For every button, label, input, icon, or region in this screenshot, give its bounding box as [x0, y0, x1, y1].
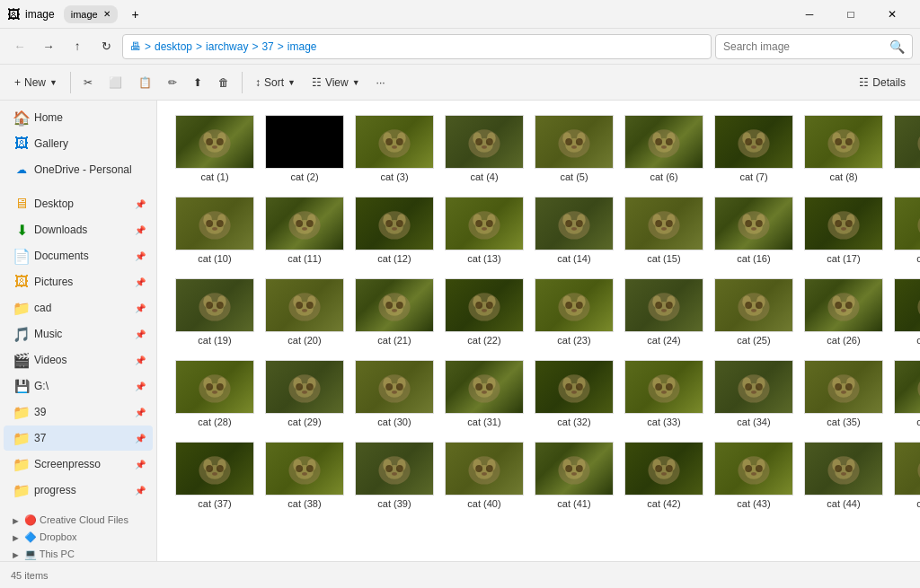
sidebar-item-39[interactable]: 📁 39 📌	[4, 399, 153, 425]
up-button[interactable]: ↑	[65, 34, 90, 59]
file-item[interactable]: cat (11)	[261, 193, 348, 268]
file-item[interactable]: cat (26)	[801, 275, 887, 349]
sidebar-item-desktop[interactable]: 🖥 Desktop 📌	[4, 191, 153, 216]
sidebar-item-progress[interactable]: 📁 progress 📌	[4, 478, 153, 503]
file-item[interactable]: cat (31)	[441, 356, 527, 431]
new-label: New	[24, 76, 46, 89]
sidebar-item-onedrive[interactable]: ☁ OneDrive - Personal	[4, 157, 153, 182]
file-name: cat (15)	[647, 253, 680, 264]
sidebar-section-dropbox[interactable]: ► 🔷 Dropbox	[0, 528, 156, 545]
file-item[interactable]: cat (14)	[531, 193, 617, 268]
desktop-icon: 🖥	[14, 197, 29, 211]
file-item[interactable]: cat (4)	[441, 111, 527, 186]
file-item[interactable]: cat (44)	[801, 438, 887, 513]
sidebar-item-37[interactable]: 📁 37 📌	[4, 426, 153, 451]
file-item[interactable]: cat (38)	[261, 438, 348, 513]
file-item[interactable]: cat (33)	[621, 356, 707, 431]
svg-point-125	[212, 309, 217, 312]
cut-button[interactable]: ✂	[76, 68, 100, 97]
sidebar-item-videos[interactable]: 🎬 Videos 📌	[4, 347, 153, 373]
breadcrumb-image[interactable]: image	[288, 40, 317, 53]
file-item[interactable]: cat (36)	[890, 356, 920, 431]
file-name: cat (42)	[647, 498, 680, 509]
breadcrumb-37[interactable]: 37	[261, 40, 273, 53]
file-item[interactable]: cat (12)	[351, 193, 438, 268]
file-item[interactable]: cat (34)	[711, 356, 797, 431]
file-item[interactable]: cat (9)	[890, 111, 920, 186]
sidebar-section-thispc[interactable]: ► 💻 This PC	[0, 545, 156, 561]
sort-button[interactable]: ↕ Sort ▼	[248, 68, 303, 97]
file-item[interactable]: cat (19)	[172, 275, 258, 349]
file-item[interactable]: cat (32)	[531, 356, 617, 431]
sidebar-item-gdrive[interactable]: 💾 G:\ 📌	[4, 373, 153, 399]
details-button[interactable]: ☷ Details	[852, 73, 913, 92]
share-button[interactable]: ⬆	[186, 68, 209, 97]
file-item[interactable]: cat (27)	[890, 275, 920, 349]
tab-active[interactable]: image ✕	[64, 5, 118, 23]
breadcrumb[interactable]: 🖶 > desktop > iarchway > 37 > image	[122, 34, 712, 59]
file-item[interactable]: cat (30)	[351, 356, 438, 431]
delete-button[interactable]: 🗑	[211, 68, 236, 97]
forward-button[interactable]: →	[36, 34, 61, 59]
refresh-button[interactable]: ↻	[93, 34, 119, 59]
file-item[interactable]: cat (7)	[711, 111, 797, 186]
breadcrumb-desktop[interactable]: desktop	[155, 40, 192, 53]
copy-button[interactable]: ⬜	[102, 68, 129, 97]
sidebar-item-home[interactable]: 🏠 Home	[4, 105, 153, 130]
file-item[interactable]: cat (45)	[890, 438, 920, 513]
file-item[interactable]: cat (18)	[890, 193, 920, 268]
file-item[interactable]: cat (10)	[172, 193, 258, 268]
file-item[interactable]: cat (21)	[351, 275, 438, 349]
file-item[interactable]: cat (42)	[621, 438, 707, 513]
rename-button[interactable]: ✏	[161, 68, 184, 97]
file-item[interactable]: cat (6)	[621, 111, 707, 186]
sidebar-item-downloads[interactable]: ⬇ Downloads 📌	[4, 217, 153, 242]
file-item[interactable]: cat (40)	[441, 438, 527, 513]
file-item[interactable]: cat (41)	[531, 438, 617, 513]
file-item[interactable]: cat (25)	[711, 275, 797, 349]
file-item[interactable]: cat (5)	[531, 111, 617, 186]
sidebar-item-cad[interactable]: 📁 cad 📌	[4, 295, 153, 320]
file-item[interactable]: cat (24)	[621, 275, 707, 349]
file-item[interactable]: cat (16)	[711, 193, 797, 268]
more-button[interactable]: ···	[369, 68, 393, 97]
tab-close-icon[interactable]: ✕	[103, 9, 111, 19]
svg-point-137	[385, 302, 393, 309]
sidebar-item-pictures[interactable]: 🖼 Pictures 📌	[4, 269, 153, 294]
svg-point-89	[576, 220, 583, 227]
file-item[interactable]: cat (23)	[531, 275, 617, 349]
file-item[interactable]: cat (35)	[801, 356, 887, 431]
file-item[interactable]: cat (8)	[801, 111, 887, 186]
file-item[interactable]: cat (20)	[261, 275, 348, 349]
maximize-button[interactable]: □	[830, 0, 871, 29]
file-item[interactable]: cat (2)	[261, 111, 348, 186]
svg-point-33	[666, 138, 673, 145]
new-button[interactable]: + New ▼	[7, 68, 65, 97]
close-button[interactable]: ✕	[871, 0, 913, 29]
sidebar-section-creative[interactable]: ► 🔴 Creative Cloud Files	[0, 511, 156, 528]
paste-button[interactable]: 📋	[131, 68, 159, 97]
svg-point-61	[217, 220, 224, 227]
file-item[interactable]: cat (37)	[172, 438, 258, 513]
view-button[interactable]: ☷ View ▼	[305, 68, 367, 97]
minimize-button[interactable]: ─	[789, 0, 830, 29]
new-tab-button[interactable]: +	[123, 5, 148, 23]
sidebar-item-gallery[interactable]: 🖼 Gallery	[4, 131, 153, 156]
sidebar-item-music[interactable]: 🎵 Music 📌	[4, 321, 153, 347]
breadcrumb-iarchway[interactable]: iarchway	[206, 40, 248, 53]
back-button[interactable]: ←	[7, 34, 32, 59]
file-item[interactable]: cat (28)	[172, 356, 258, 431]
file-item[interactable]: cat (22)	[441, 275, 527, 349]
file-item[interactable]: cat (29)	[261, 356, 348, 431]
file-item[interactable]: cat (43)	[711, 438, 797, 513]
search-input[interactable]	[723, 40, 886, 53]
sidebar-item-screenpresso[interactable]: 📁 Screenpresso 📌	[4, 452, 153, 477]
file-item[interactable]: cat (1)	[172, 111, 258, 186]
file-item[interactable]: cat (13)	[441, 193, 527, 268]
file-item[interactable]: cat (17)	[801, 193, 887, 268]
search-box[interactable]: 🔍	[715, 34, 913, 59]
file-item[interactable]: cat (39)	[351, 438, 438, 513]
file-item[interactable]: cat (3)	[351, 111, 438, 186]
sidebar-item-documents[interactable]: 📄 Documents 📌	[4, 243, 153, 268]
file-item[interactable]: cat (15)	[621, 193, 707, 268]
